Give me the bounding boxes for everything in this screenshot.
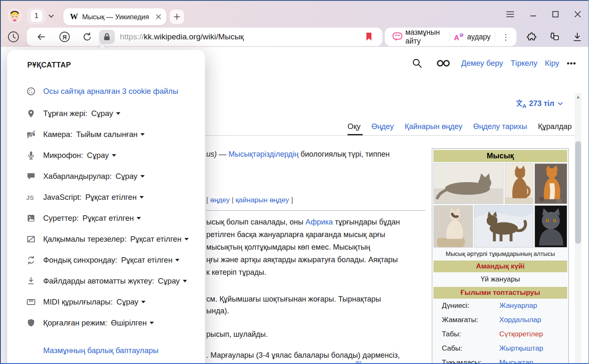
downloads-icon[interactable]	[572, 32, 583, 43]
tab-group-counter[interactable]: 1	[27, 8, 46, 24]
tab-history[interactable]: Өңделу тарихы	[473, 122, 527, 131]
permission-row-notifications[interactable]: Хабарландырулар: Сұрау	[7, 166, 205, 187]
collections-icon[interactable]	[548, 32, 560, 43]
permission-row-camera[interactable]: Камера: Тыйым салынған	[7, 124, 205, 145]
dropdown-caret-icon[interactable]	[183, 280, 187, 282]
africa-link[interactable]: Африка	[306, 218, 333, 226]
tab-group-chevron-icon[interactable]	[48, 13, 54, 19]
dropdown-caret-icon[interactable]	[116, 112, 120, 115]
section-edit-source-link[interactable]: қайнарын өңдеу	[236, 196, 289, 204]
dropdown-caret-icon[interactable]	[137, 217, 141, 219]
shield-icon	[26, 318, 36, 328]
donate-link[interactable]: Демеу беру	[461, 59, 503, 68]
login-link[interactable]: Кіру	[545, 59, 559, 68]
language-selector[interactable]: A 273 тіл	[516, 99, 563, 108]
taxonomy-order-link[interactable]: Жыртқыштар	[499, 344, 543, 353]
infobox-title: Мысық	[433, 150, 567, 162]
maximize-button[interactable]	[550, 9, 560, 19]
permission-row-protected-mode[interactable]: Қорғалған режим: Өшірілген	[7, 312, 205, 333]
minimize-button[interactable]	[528, 9, 538, 19]
taxonomy-family-link[interactable]: Мысықтар	[499, 359, 533, 364]
cat-photo-gray-cat[interactable]	[535, 205, 567, 248]
cat-photo-tabby-snow[interactable]	[474, 205, 533, 248]
tab-read[interactable]: Оқу	[348, 122, 361, 131]
reference-5-link[interactable]: [5]	[355, 360, 361, 364]
profile-avatar[interactable]	[8, 8, 22, 23]
taxonomy-row: Жамағаты:Хордалылар	[433, 313, 567, 327]
permission-row-popups[interactable]: Қалқымалы терезелер: Рұқсат етілген	[7, 229, 205, 250]
permission-row-javascript[interactable]: JS JavaScript: Рұқсат етілген	[7, 187, 205, 208]
dropdown-caret-icon[interactable]	[141, 301, 145, 303]
extensions-icon[interactable]	[526, 32, 537, 43]
infobox: Мысық	[432, 148, 569, 364]
history-icon[interactable]	[8, 31, 19, 43]
svg-text:Я: Я	[62, 34, 67, 41]
all-content-settings-link[interactable]: Мазмұнның барлық баптаулары	[43, 346, 158, 355]
register-link[interactable]: Тіркелу	[511, 59, 537, 68]
permission-row-auto-downloads[interactable]: Файлдарды автоматты жүктеу: Сұрау	[7, 271, 205, 292]
taxonomy-phylum-link[interactable]: Хордалылар	[499, 316, 541, 324]
permission-row-images[interactable]: Суреттер: Рұқсат етілген	[7, 208, 205, 229]
taxonomy-kingdom-link[interactable]: Жануарлар	[499, 302, 537, 310]
paragraph-line: см. Құйымшағы шоқтығынан жоғары. Тырнақт…	[206, 295, 381, 304]
back-icon[interactable]	[36, 32, 46, 42]
refresh-icon[interactable]	[82, 32, 92, 42]
dropdown-caret-icon[interactable]	[175, 259, 179, 261]
permission-row-location[interactable]: Тұрған жері: Сұрау	[7, 103, 205, 124]
paragraph-line: ында).	[206, 307, 229, 315]
close-button[interactable]	[573, 9, 583, 19]
tab-edit-source[interactable]: Қайнарын өңдеу	[405, 122, 462, 131]
dropdown-caret-icon[interactable]	[184, 238, 189, 240]
header-more-icon[interactable]: •••	[567, 59, 576, 68]
taxonomy-row: Дүниесі:Жануарлар	[433, 299, 567, 313]
popup-footer: Мазмұнның барлық баптаулары	[43, 346, 205, 355]
cat-photo-tabby-lying[interactable]	[433, 163, 503, 204]
permission-row-microphone[interactable]: Микрофон: Сұрау	[7, 145, 205, 166]
new-tab-button[interactable]	[170, 10, 184, 24]
yandex-icon[interactable]: Я	[59, 31, 70, 43]
bookmark-icon[interactable]	[365, 32, 373, 42]
taxonomy-class-link[interactable]: Сүтқоретілер	[499, 330, 543, 338]
scrollbar-thumb[interactable]	[575, 141, 581, 244]
dropdown-caret-icon[interactable]	[112, 154, 116, 157]
read-aloud-button[interactable]: мазмұнын айту	[405, 28, 445, 46]
section-edit-link[interactable]: өңдеу	[210, 196, 230, 204]
scrollbar[interactable]: ▲ ▼	[575, 93, 581, 364]
search-icon[interactable]	[412, 58, 423, 69]
dropdown-caret-icon[interactable]	[140, 133, 145, 136]
address-bar[interactable]: Я https://kk.wikipedia.org/wiki/Мысық	[27, 28, 382, 46]
translate-button[interactable]: аудару	[467, 33, 490, 41]
midi-keyboard-icon	[26, 297, 36, 307]
site-permissions-button[interactable]	[99, 30, 115, 44]
permission-row-background-sync[interactable]: Фондық синхрондау: Рұқсат етілген	[7, 250, 205, 271]
dropdown-caret-icon[interactable]	[150, 322, 154, 324]
tab-edit[interactable]: Өңдеу	[371, 122, 394, 131]
appearance-icon[interactable]	[436, 59, 451, 67]
tab-title: Мысық — Уикипедия	[82, 13, 151, 21]
page-tools: ““ мазмұнын айту А аудару ⋮	[385, 28, 516, 46]
url-text[interactable]: https://kk.wikipedia.org/wiki/Мысық	[120, 32, 244, 41]
browser-window: 1 W Мысық — Уикипедия	[0, 0, 589, 364]
permissions-list: Тұрған жері: Сұрау Камера: Тыйым салынға…	[7, 103, 205, 333]
tools-more-icon[interactable]: ⋮	[499, 32, 512, 42]
cat-photo-abyssinian[interactable]	[505, 163, 533, 204]
javascript-icon: JS	[26, 192, 36, 202]
popup-window-icon	[26, 234, 36, 244]
tab-close-icon[interactable]	[156, 14, 161, 20]
dropdown-caret-icon[interactable]	[140, 175, 145, 178]
cat-family-link[interactable]: Мысықтәрізділердің	[228, 150, 298, 158]
tab-tools[interactable]: Құралдар	[538, 122, 580, 131]
cat-photo-siamese[interactable]	[433, 205, 473, 248]
cookies-link[interactable]: Осы сайтқа арналған 3 cookie файлы	[43, 87, 178, 96]
scroll-up-icon[interactable]: ▲	[576, 94, 581, 99]
infobox-status-header: Амандық күйі	[433, 261, 567, 272]
taxonomy-row: Сабы:Жыртқыштар	[433, 341, 567, 356]
dropdown-caret-icon[interactable]	[140, 196, 144, 199]
paragraph-line: рысып, шулайды.	[206, 330, 268, 339]
cat-photo-orange-cat[interactable]	[535, 163, 567, 204]
permission-row-midi[interactable]: MIDI құрылғылары: Сұрау	[7, 292, 205, 312]
menu-icon[interactable]	[505, 9, 515, 19]
wikipedia-favicon: W	[70, 12, 78, 21]
active-tab[interactable]: W Мысық — Уикипедия	[63, 8, 166, 25]
divider	[495, 32, 495, 41]
